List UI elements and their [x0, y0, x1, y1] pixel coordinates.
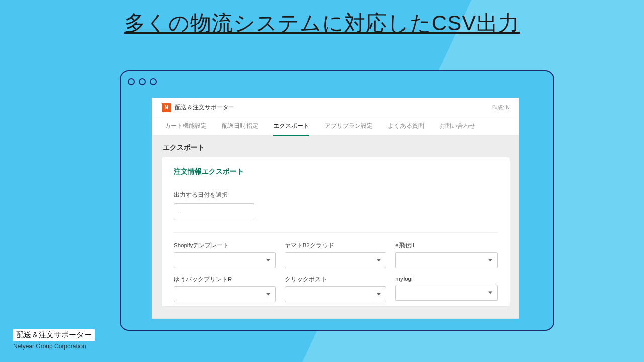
select-yamato-b2: ヤマトB2クラウド	[285, 242, 387, 268]
select-input[interactable]	[395, 252, 498, 268]
select-label: mylogi	[395, 276, 498, 282]
tab-contact[interactable]: お問い合わせ	[439, 117, 475, 135]
card-title: 注文情報エクスポート	[174, 167, 498, 191]
app-logo-icon: N	[162, 103, 171, 112]
footer-company: Netyear Group Corporation	[13, 343, 95, 350]
traffic-dot-icon	[139, 78, 146, 85]
traffic-dot-icon	[150, 78, 157, 85]
date-select-input[interactable]: -	[174, 203, 254, 220]
select-input[interactable]	[174, 252, 276, 268]
page-heading: エクスポート	[162, 141, 510, 157]
footer-tag: 配送＆注文サポーター Netyear Group Corporation	[13, 329, 95, 350]
select-yupack-print-r: ゆうパックプリントR	[174, 276, 276, 302]
app-author-label: 作成: N	[492, 104, 510, 111]
select-clickpost: クリックポスト	[285, 276, 387, 302]
tab-cart-settings[interactable]: カート機能設定	[165, 117, 207, 135]
export-card: 注文情報エクスポート 出力する日付を選択 - Shopifyテンプレート ヤマト…	[162, 157, 510, 306]
tab-bar: カート機能設定 配送日時指定 エクスポート アプリプラン設定 よくある質問 お問…	[152, 117, 519, 135]
select-label: ヤマトB2クラウド	[285, 242, 387, 249]
select-mylogi: mylogi	[395, 276, 498, 302]
tab-export[interactable]: エクスポート	[273, 117, 309, 135]
select-shopify-template: Shopifyテンプレート	[174, 242, 276, 268]
select-input[interactable]	[174, 286, 276, 302]
tab-delivery-datetime[interactable]: 配送日時指定	[222, 117, 258, 135]
template-select-grid: Shopifyテンプレート ヤマトB2クラウド e飛伝II ゆうパックプリントR	[174, 242, 498, 302]
browser-frame: N 配送＆注文サポーター 作成: N カート機能設定 配送日時指定 エクスポート…	[120, 70, 554, 331]
select-label: クリックポスト	[285, 276, 387, 283]
divider	[174, 232, 498, 233]
select-ehiden2: e飛伝II	[395, 242, 498, 268]
footer-app-name: 配送＆注文サポーター	[13, 329, 95, 341]
select-input[interactable]	[395, 285, 498, 301]
app-brand-label: 配送＆注文サポーター	[175, 103, 492, 112]
select-label: Shopifyテンプレート	[174, 242, 276, 249]
tab-faq[interactable]: よくある質問	[388, 117, 424, 135]
select-input[interactable]	[285, 252, 387, 268]
traffic-dot-icon	[128, 78, 135, 85]
tab-app-plan[interactable]: アプリプラン設定	[325, 117, 373, 135]
select-input[interactable]	[285, 286, 387, 302]
app-shell: N 配送＆注文サポーター 作成: N カート機能設定 配送日時指定 エクスポート…	[152, 98, 519, 319]
traffic-lights	[128, 78, 157, 85]
select-label: e飛伝II	[395, 242, 498, 249]
date-select-label: 出力する日付を選択	[174, 191, 498, 199]
content-area: エクスポート 注文情報エクスポート 出力する日付を選択 - Shopifyテンプ…	[152, 135, 519, 318]
slide-title: 多くの物流システムに対応したCSV出力	[0, 9, 644, 37]
app-header: N 配送＆注文サポーター 作成: N	[152, 98, 519, 117]
select-label: ゆうパックプリントR	[174, 276, 276, 283]
